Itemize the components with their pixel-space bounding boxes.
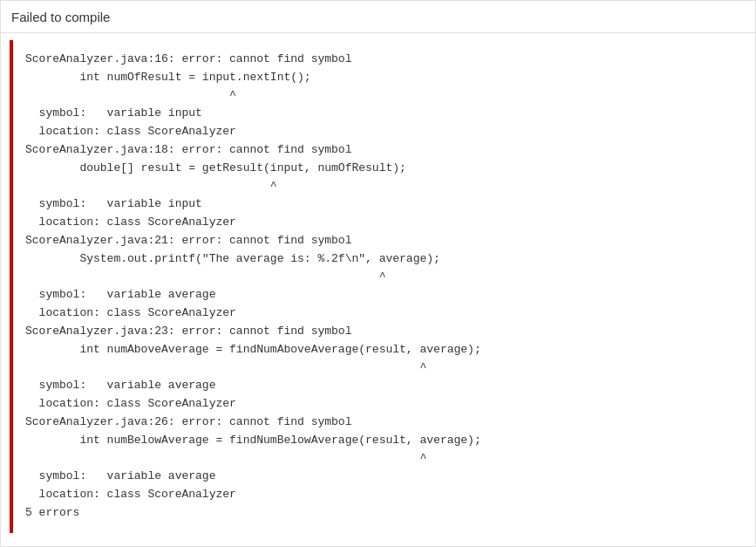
error-panel: ScoreAnalyzer.java:16: error: cannot fin… xyxy=(10,40,746,533)
main-container: Failed to compile ScoreAnalyzer.java:16:… xyxy=(0,0,756,547)
header: Failed to compile xyxy=(1,1,755,33)
header-title: Failed to compile xyxy=(11,10,110,24)
